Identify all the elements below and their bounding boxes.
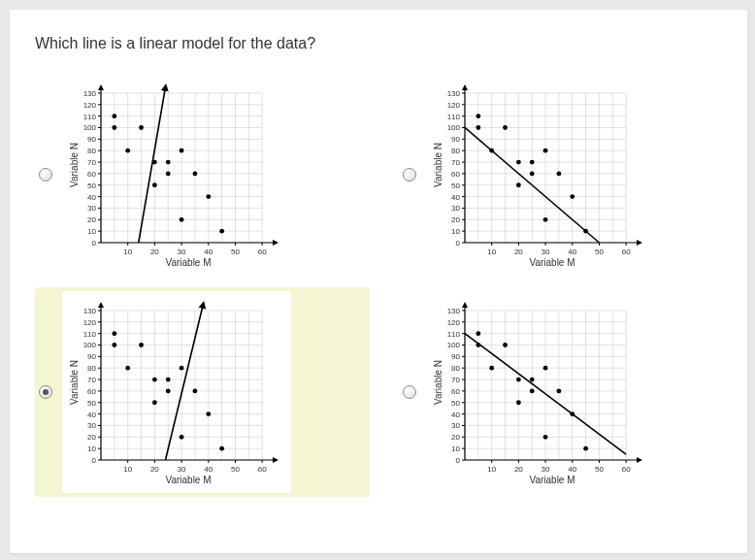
svg-text:0: 0 xyxy=(92,239,97,247)
option-0[interactable]: 1020304050600102030405060708090100110120… xyxy=(35,70,370,280)
data-point xyxy=(503,125,508,130)
scatter-chart-3: 1020304050600102030405060708090100110120… xyxy=(432,297,649,487)
svg-text:100: 100 xyxy=(83,341,97,349)
y-axis-label: Variable N xyxy=(433,143,443,187)
data-point xyxy=(530,388,535,393)
svg-text:10: 10 xyxy=(87,445,96,453)
option-3[interactable]: 1020304050600102030405060708090100110120… xyxy=(399,287,734,497)
data-point xyxy=(152,400,157,405)
data-point xyxy=(152,182,157,187)
svg-text:0: 0 xyxy=(92,456,97,465)
svg-text:100: 100 xyxy=(447,341,461,349)
svg-text:60: 60 xyxy=(258,247,267,256)
data-point xyxy=(489,366,494,371)
x-axis-label: Variable M xyxy=(165,257,211,268)
data-point xyxy=(180,366,184,371)
svg-text:60: 60 xyxy=(258,465,267,474)
x-axis-label: Variable M xyxy=(165,475,211,485)
svg-text:20: 20 xyxy=(451,433,460,442)
data-point xyxy=(180,435,184,440)
data-point xyxy=(557,171,562,176)
data-point xyxy=(112,114,116,118)
svg-text:10: 10 xyxy=(87,227,96,236)
x-axis-label: Variable M xyxy=(529,475,574,485)
svg-text:80: 80 xyxy=(87,364,96,373)
svg-text:20: 20 xyxy=(87,433,96,442)
svg-text:70: 70 xyxy=(87,158,96,167)
data-point xyxy=(543,217,548,222)
data-point xyxy=(503,343,508,347)
chart-thumbnail: 1020304050600102030405060708090100110120… xyxy=(426,74,655,276)
svg-text:110: 110 xyxy=(83,113,97,121)
svg-text:50: 50 xyxy=(87,399,96,408)
svg-text:30: 30 xyxy=(87,204,96,213)
svg-text:80: 80 xyxy=(87,147,96,155)
svg-text:30: 30 xyxy=(542,465,550,474)
svg-text:110: 110 xyxy=(447,330,461,339)
data-point xyxy=(516,160,521,165)
svg-text:80: 80 xyxy=(451,147,460,155)
data-point xyxy=(112,343,116,347)
options-grid: 1020304050600102030405060708090100110120… xyxy=(35,70,734,497)
option-1[interactable]: 1020304050600102030405060708090100110120… xyxy=(399,70,734,280)
data-point xyxy=(530,171,535,176)
svg-text:20: 20 xyxy=(150,247,159,256)
svg-text:130: 130 xyxy=(83,89,97,98)
data-point xyxy=(583,446,588,451)
svg-text:60: 60 xyxy=(622,465,631,474)
svg-text:90: 90 xyxy=(451,135,460,144)
option-2[interactable]: 1020304050600102030405060708090100110120… xyxy=(35,287,370,497)
svg-text:20: 20 xyxy=(150,465,159,474)
data-point xyxy=(180,148,184,153)
svg-text:20: 20 xyxy=(451,215,460,224)
svg-text:120: 120 xyxy=(447,101,461,110)
data-point xyxy=(206,194,211,199)
svg-text:10: 10 xyxy=(123,247,132,256)
data-point xyxy=(516,400,521,405)
svg-text:30: 30 xyxy=(451,421,460,430)
svg-text:40: 40 xyxy=(204,465,213,474)
svg-text:70: 70 xyxy=(451,158,460,167)
data-point xyxy=(530,378,535,382)
svg-text:60: 60 xyxy=(87,170,96,179)
svg-text:40: 40 xyxy=(451,193,460,202)
svg-text:60: 60 xyxy=(622,247,631,256)
data-point xyxy=(543,366,548,371)
y-axis-label: Variable N xyxy=(433,360,443,405)
data-point xyxy=(476,114,480,118)
svg-text:110: 110 xyxy=(447,113,461,121)
chart-thumbnail: 1020304050600102030405060708090100110120… xyxy=(426,291,655,493)
svg-text:30: 30 xyxy=(451,204,460,213)
data-point xyxy=(570,194,574,199)
svg-text:120: 120 xyxy=(83,318,97,327)
data-point xyxy=(166,160,171,165)
data-point xyxy=(193,171,198,176)
svg-text:100: 100 xyxy=(83,123,97,132)
svg-text:50: 50 xyxy=(451,399,460,408)
data-point xyxy=(516,378,521,382)
data-point xyxy=(125,366,130,371)
scatter-chart-2: 1020304050600102030405060708090100110120… xyxy=(68,297,285,487)
svg-text:30: 30 xyxy=(178,247,186,256)
radio-button[interactable] xyxy=(403,168,416,181)
radio-button[interactable] xyxy=(403,385,416,399)
svg-text:60: 60 xyxy=(87,387,96,396)
svg-text:20: 20 xyxy=(514,247,523,256)
data-point xyxy=(180,217,184,222)
data-point xyxy=(152,378,157,382)
scatter-chart-0: 1020304050600102030405060708090100110120… xyxy=(68,80,285,270)
radio-button[interactable] xyxy=(39,385,52,399)
svg-text:40: 40 xyxy=(451,411,460,419)
svg-text:40: 40 xyxy=(87,193,96,202)
scatter-chart-1: 1020304050600102030405060708090100110120… xyxy=(432,80,649,270)
svg-text:0: 0 xyxy=(456,456,461,465)
radio-button[interactable] xyxy=(39,168,52,181)
svg-text:40: 40 xyxy=(87,411,96,419)
data-point xyxy=(476,331,480,336)
svg-text:130: 130 xyxy=(447,307,461,315)
chart-thumbnail: 1020304050600102030405060708090100110120… xyxy=(62,291,291,493)
svg-text:40: 40 xyxy=(568,465,576,474)
question-text: Which line is a linear model for the dat… xyxy=(35,35,722,52)
svg-text:50: 50 xyxy=(595,465,604,474)
x-axis-label: Variable M xyxy=(529,257,574,268)
